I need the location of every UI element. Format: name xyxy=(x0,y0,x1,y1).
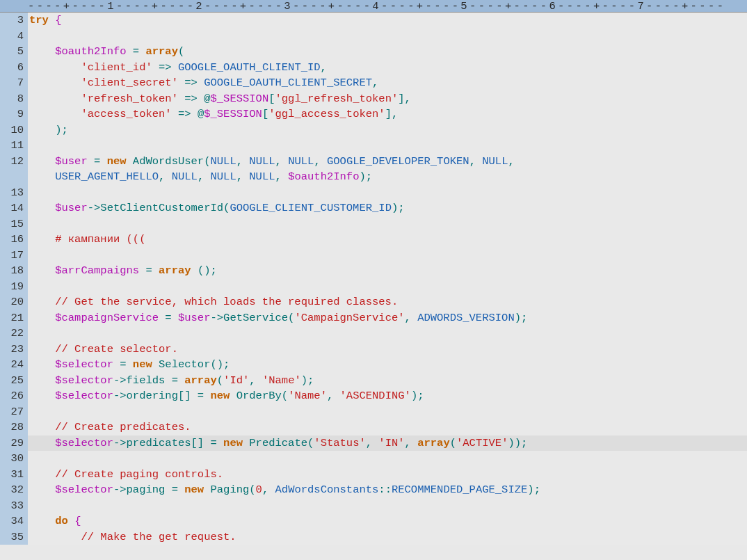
line-number: 33 xyxy=(0,498,28,514)
code-line[interactable]: 18 $arrCampaigns = array (); xyxy=(0,263,747,279)
line-number: 10 xyxy=(0,122,28,138)
line-content[interactable]: 'access_token' => @$_SESSION['ggl_access… xyxy=(28,106,747,122)
code-line[interactable]: 13 xyxy=(0,185,747,201)
line-content[interactable]: $campaignService = $user->GetService('Ca… xyxy=(28,310,747,326)
code-line[interactable]: 9 'access_token' => @$_SESSION['ggl_acce… xyxy=(0,106,747,122)
line-content[interactable] xyxy=(28,138,747,154)
line-content[interactable] xyxy=(28,498,747,514)
line-content[interactable]: $user = new AdWordsUser(NULL, NULL, NULL… xyxy=(28,154,747,170)
code-line[interactable]: 34 do { xyxy=(0,513,747,529)
line-content[interactable]: $user->SetClientCustomerId(GOOGLE_CLIENT… xyxy=(28,200,747,216)
line-content[interactable] xyxy=(28,248,747,264)
line-number: 19 xyxy=(0,279,28,295)
line-content[interactable] xyxy=(28,451,747,467)
line-content[interactable]: $selector->fields = array('Id', 'Name'); xyxy=(28,373,747,389)
code-line[interactable]: 16 # кампании ((( xyxy=(0,232,747,248)
code-line[interactable]: 14 $user->SetClientCustomerId(GOOGLE_CLI… xyxy=(0,200,747,216)
line-number xyxy=(0,169,28,185)
line-number: 31 xyxy=(0,467,28,483)
code-line[interactable]: 26 $selector->ordering[] = new OrderBy('… xyxy=(0,388,747,404)
line-number: 27 xyxy=(0,404,28,420)
line-number: 17 xyxy=(0,248,28,264)
line-content[interactable]: $arrCampaigns = array (); xyxy=(28,263,747,279)
line-number: 34 xyxy=(0,513,28,529)
line-content[interactable] xyxy=(28,185,747,201)
code-line[interactable]: 21 $campaignService = $user->GetService(… xyxy=(0,310,747,326)
code-line[interactable]: 33 xyxy=(0,498,747,514)
line-content[interactable] xyxy=(28,279,747,295)
code-line[interactable]: 20 // Get the service, which loads the r… xyxy=(0,294,747,310)
line-number: 32 xyxy=(0,482,28,498)
code-line[interactable]: 8 'refresh_token' => @$_SESSION['ggl_ref… xyxy=(0,91,747,107)
code-line[interactable]: 5 $oauth2Info = array( xyxy=(0,44,747,60)
code-line[interactable]: 3try { xyxy=(0,13,747,29)
code-line[interactable]: 28 // Create predicates. xyxy=(0,419,747,435)
code-line[interactable]: 15 xyxy=(0,216,747,232)
line-number: 3 xyxy=(0,13,28,29)
code-line[interactable]: 31 // Create paging controls. xyxy=(0,467,747,483)
line-number: 4 xyxy=(0,29,28,45)
code-line[interactable]: 27 xyxy=(0,404,747,420)
code-line[interactable]: 10 ); xyxy=(0,122,747,138)
line-content[interactable]: 'refresh_token' => @$_SESSION['ggl_refre… xyxy=(28,91,747,107)
line-number: 13 xyxy=(0,185,28,201)
line-content[interactable]: try { xyxy=(28,13,747,29)
line-number: 26 xyxy=(0,388,28,404)
line-number: 23 xyxy=(0,342,28,358)
code-editor[interactable]: 3try {45 $oauth2Info = array(6 'client_i… xyxy=(0,13,747,545)
code-line[interactable]: 4 xyxy=(0,29,747,45)
line-number: 20 xyxy=(0,294,28,310)
line-number: 15 xyxy=(0,216,28,232)
code-line[interactable]: 19 xyxy=(0,279,747,295)
line-content[interactable]: do { xyxy=(28,513,747,529)
line-number: 21 xyxy=(0,310,28,326)
line-content[interactable] xyxy=(28,404,747,420)
line-content[interactable] xyxy=(28,216,747,232)
code-line[interactable]: 29 $selector->predicates[] = new Predica… xyxy=(0,435,747,451)
code-line[interactable]: 17 xyxy=(0,248,747,264)
line-content[interactable]: # кампании ((( xyxy=(28,232,747,248)
code-line[interactable]: 12 $user = new AdWordsUser(NULL, NULL, N… xyxy=(0,154,747,170)
line-number: 11 xyxy=(0,138,28,154)
code-line[interactable]: 22 xyxy=(0,326,747,342)
code-line[interactable]: USER_AGENT_HELLO, NULL, NULL, NULL, $oau… xyxy=(0,169,747,185)
code-line[interactable]: 6 'client_id' => GOOGLE_OAUTH_CLIENT_ID, xyxy=(0,60,747,76)
line-number: 7 xyxy=(0,75,28,91)
line-content[interactable]: // Create selector. xyxy=(28,342,747,358)
line-content[interactable]: USER_AGENT_HELLO, NULL, NULL, NULL, $oau… xyxy=(28,169,747,185)
line-number: 28 xyxy=(0,419,28,435)
column-ruler: ----+----1----+----2----+----3----+----4… xyxy=(0,0,747,13)
line-content[interactable]: // Create predicates. xyxy=(28,419,747,435)
code-line[interactable]: 23 // Create selector. xyxy=(0,342,747,358)
line-content[interactable]: // Make the get request. xyxy=(28,529,747,545)
line-number: 24 xyxy=(0,357,28,373)
line-content[interactable]: $oauth2Info = array( xyxy=(28,44,747,60)
line-content[interactable]: $selector = new Selector(); xyxy=(28,357,747,373)
line-number: 14 xyxy=(0,200,28,216)
line-number: 30 xyxy=(0,451,28,467)
code-line[interactable]: 7 'client_secret' => GOOGLE_OAUTH_CLIENT… xyxy=(0,75,747,91)
code-line[interactable]: 32 $selector->paging = new Paging(0, AdW… xyxy=(0,482,747,498)
line-content[interactable]: 'client_secret' => GOOGLE_OAUTH_CLIENT_S… xyxy=(28,75,747,91)
line-content[interactable]: $selector->ordering[] = new OrderBy('Nam… xyxy=(28,388,747,404)
code-line[interactable]: 30 xyxy=(0,451,747,467)
code-line[interactable]: 11 xyxy=(0,138,747,154)
line-number: 29 xyxy=(0,435,28,451)
line-number: 9 xyxy=(0,106,28,122)
line-content[interactable]: ); xyxy=(28,122,747,138)
line-number: 18 xyxy=(0,263,28,279)
code-line[interactable]: 24 $selector = new Selector(); xyxy=(0,357,747,373)
code-line[interactable]: 35 // Make the get request. xyxy=(0,529,747,545)
line-content[interactable]: $selector->predicates[] = new Predicate(… xyxy=(28,435,747,451)
line-content[interactable]: // Create paging controls. xyxy=(28,467,747,483)
line-number: 6 xyxy=(0,60,28,76)
line-content[interactable]: // Get the service, which loads the requ… xyxy=(28,294,747,310)
code-line[interactable]: 25 $selector->fields = array('Id', 'Name… xyxy=(0,373,747,389)
line-number: 5 xyxy=(0,44,28,60)
line-number: 22 xyxy=(0,326,28,342)
line-content[interactable]: $selector->paging = new Paging(0, AdWord… xyxy=(28,482,747,498)
line-number: 16 xyxy=(0,232,28,248)
line-content[interactable] xyxy=(28,29,747,45)
line-content[interactable] xyxy=(28,326,747,342)
line-content[interactable]: 'client_id' => GOOGLE_OAUTH_CLIENT_ID, xyxy=(28,60,747,76)
